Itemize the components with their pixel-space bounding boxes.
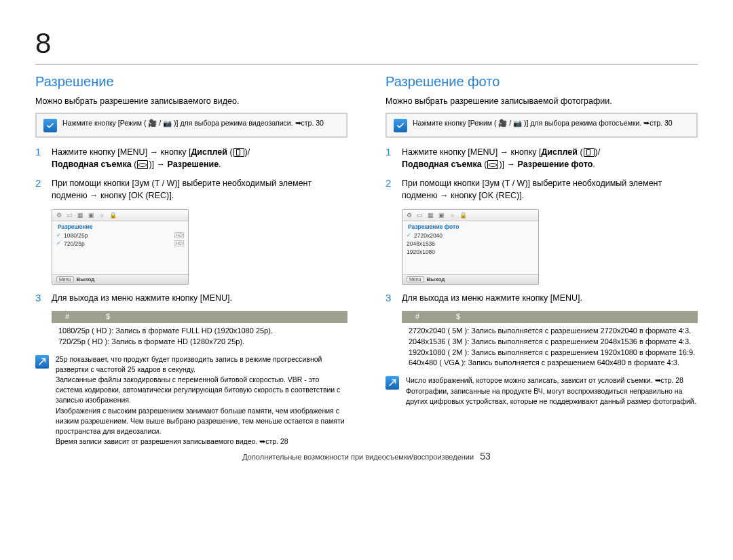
table-row: 640x480 ( VGA ): Запись выполняется с ра… — [409, 358, 704, 369]
info-icon — [35, 355, 49, 369]
camera-menu-screenshot-left: ⚙▭▦▣☼🔒 Разрешение ✓1080/25pHD ✓720/25pHD… — [52, 209, 189, 285]
step-number: 1 — [35, 146, 45, 170]
table-col-dollar: $ — [456, 312, 460, 320]
step1-bold-underwater: Подводная съемка — [402, 160, 482, 169]
camera-menu-title: Разрешение — [52, 221, 188, 231]
camera-menu-screenshot-right: ⚙▭▦▣☼🔒 Разрешение фото ✓2720x2040 2048x1… — [402, 209, 539, 285]
step1-bold-resolution: Разрешение — [167, 160, 219, 169]
camera-menu-footer: MenuВыход — [52, 274, 188, 284]
camera-tab-bar: ⚙▭▦▣☼🔒 — [402, 210, 538, 221]
mode-note-box-right: Нажмите кнопку [Режим ( 🎥 / 📷 )] для выб… — [386, 113, 698, 138]
table-rows-right: 2720x2040 ( 5M ): Запись выполняется с р… — [402, 323, 704, 369]
info-icon — [386, 376, 399, 390]
check-icon — [43, 119, 57, 132]
footer-text: Дополнительные возможности при видеосъем… — [242, 453, 474, 461]
mode-note-box-left: Нажмите кнопку [Режим ( 🎥 / 📷 )] для выб… — [35, 113, 347, 138]
mode-note-text-right: Нажмите кнопку [Режим ( 🎥 / 📷 )] для выб… — [413, 118, 673, 128]
bottom-note-text-right: Число изображений, которое можно записат… — [406, 375, 698, 407]
step1-bold-photo-res: Разрешение фото — [517, 160, 593, 169]
step-3-left: 3 Для выхода из меню нажмите кнопку [MEN… — [35, 292, 347, 304]
step3-text-right: Для выхода из меню нажмите кнопку [MENU]… — [402, 292, 582, 304]
camera-menu-item: 2048x1536 — [407, 240, 534, 248]
camera-menu-item: 1920x1080 — [407, 248, 534, 256]
intro-left: Можно выбрать разрешение записываемого в… — [35, 96, 347, 106]
page-footer: Дополнительные возможности при видеосъем… — [35, 451, 698, 462]
step1-text-a: Нажмите кнопку [MENU] → кнопку [ — [52, 147, 191, 157]
table-row: 2720x2040 ( 5M ): Запись выполняется с р… — [409, 326, 704, 337]
camera-menu-title: Разрешение фото — [402, 221, 538, 231]
bottom-note-right: Число изображений, которое можно записат… — [386, 375, 698, 407]
step2-text-left: При помощи кнопки [Зум (T / W)] выберите… — [52, 177, 347, 202]
table-header-left: # $ — [52, 311, 347, 323]
camera-tab-bar: ⚙▭▦▣☼🔒 — [52, 210, 188, 221]
step-number: 3 — [386, 292, 395, 304]
table-row: 1920x1080 ( 2M ): Запись выполняется с р… — [409, 348, 704, 358]
bottom-note-text-left: 25p показывает, что продукт будет произв… — [56, 354, 347, 447]
check-icon — [394, 119, 407, 132]
table-rows-left: 1080/25p ( HD ): Запись в формате FULL H… — [52, 323, 354, 348]
table-col-hash: # — [415, 312, 419, 320]
camera-menu-footer: MenuВыход — [402, 274, 538, 284]
step-number: 3 — [35, 292, 45, 304]
step-3-right: 3 Для выхода из меню нажмите кнопку [MEN… — [386, 292, 698, 304]
camera-menu-item: ✓1080/25pHD — [56, 231, 184, 240]
step-number: 2 — [386, 177, 395, 202]
step-2-right: 2 При помощи кнопки [Зум (T / W)] выбери… — [386, 177, 698, 202]
column-video-resolution: Разрешение Можно выбрать разрешение запи… — [35, 74, 347, 447]
display-icon — [584, 148, 595, 157]
table-row: 2048x1536 ( 3M ): Запись выполняется с р… — [409, 337, 704, 348]
step-number: 1 — [386, 146, 395, 170]
underwater-icon — [487, 160, 498, 169]
table-col-hash: # — [65, 312, 69, 320]
section-title-left: Разрешение — [35, 74, 347, 90]
camera-menu-item: ✓2720x2040 — [407, 231, 534, 240]
step3-text-left: Для выхода из меню нажмите кнопку [MENU]… — [52, 292, 232, 304]
divider — [35, 64, 698, 64]
step1-bold-display: Дисплей — [191, 147, 227, 157]
display-icon — [233, 148, 244, 157]
step-number: 2 — [35, 177, 45, 202]
section-title-right: Разрешение фото — [386, 74, 698, 90]
column-photo-resolution: Разрешение фото Можно выбрать разрешение… — [386, 74, 698, 447]
step-1-left: 1 Нажмите кнопку [MENU] → кнопку [Диспле… — [35, 146, 347, 170]
step-1-right: 1 Нажмите кнопку [MENU] → кнопку [Диспле… — [386, 146, 698, 170]
bottom-note-left: 25p показывает, что продукт будет произв… — [35, 354, 347, 447]
step1-bold-underwater: Подводная съемка — [52, 160, 132, 169]
chapter-number: 8 — [35, 27, 698, 60]
step1-bold-display: Дисплей — [541, 147, 578, 157]
step2-text-right: При помощи кнопки [Зум (T / W)] выберите… — [402, 177, 698, 202]
table-row: 720/25p ( HD ): Запись в формате HD (128… — [58, 337, 354, 348]
table-col-dollar: $ — [106, 312, 110, 320]
table-row: 1080/25p ( HD ): Запись в формате FULL H… — [58, 326, 354, 337]
intro-right: Можно выбрать разрешение записываемой фо… — [386, 96, 698, 106]
table-header-right: # $ — [402, 311, 698, 323]
step1-text-a: Нажмите кнопку [MENU] → кнопку [ — [402, 147, 541, 157]
page-number: 53 — [480, 451, 491, 462]
underwater-icon — [137, 160, 148, 169]
step-2-left: 2 При помощи кнопки [Зум (T / W)] выбери… — [35, 177, 347, 202]
mode-note-text-left: Нажмите кнопку [Режим ( 🎥 / 📷 )] для выб… — [62, 118, 324, 128]
camera-menu-item: ✓720/25pHD — [56, 240, 184, 248]
